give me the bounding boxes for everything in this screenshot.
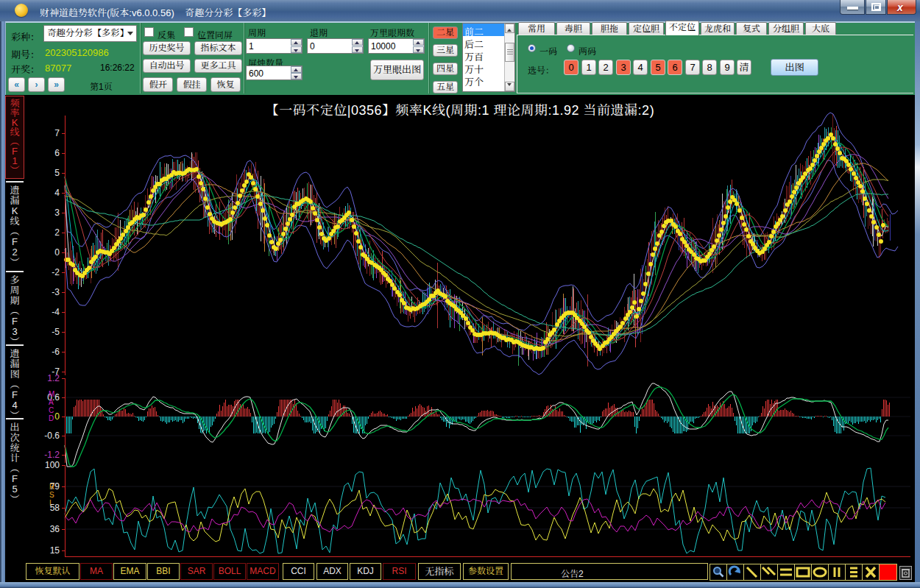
svg-text:3: 3 bbox=[54, 208, 60, 218]
svg-text:-3: -3 bbox=[52, 287, 60, 297]
svg-text:M: M bbox=[49, 390, 54, 398]
svg-text:0: 0 bbox=[54, 247, 60, 258]
svg-text:5: 5 bbox=[54, 168, 60, 178]
svg-text:I: I bbox=[49, 499, 52, 507]
svg-text:4: 4 bbox=[54, 188, 60, 198]
svg-text:-0.6: -0.6 bbox=[44, 431, 60, 441]
svg-text:-4: -4 bbox=[52, 307, 60, 317]
svg-text:D: D bbox=[49, 414, 54, 422]
svg-text:7: 7 bbox=[54, 128, 60, 138]
svg-text:6: 6 bbox=[54, 148, 60, 158]
svg-text:15: 15 bbox=[50, 545, 60, 556]
svg-text:R: R bbox=[49, 483, 54, 491]
svg-text:C: C bbox=[49, 406, 54, 414]
svg-text:A: A bbox=[49, 398, 54, 406]
svg-text:-1.2: -1.2 bbox=[44, 450, 60, 460]
svg-text:S: S bbox=[49, 491, 54, 499]
svg-text:-5: -5 bbox=[52, 327, 60, 337]
svg-text:2: 2 bbox=[54, 227, 60, 238]
svg-text:-6: -6 bbox=[52, 347, 60, 357]
svg-text:0: 0 bbox=[54, 411, 60, 422]
svg-text:100: 100 bbox=[45, 460, 60, 470]
svg-text:-2: -2 bbox=[52, 267, 60, 277]
svg-text:1.2: 1.2 bbox=[47, 373, 60, 383]
svg-text:36: 36 bbox=[50, 524, 60, 534]
